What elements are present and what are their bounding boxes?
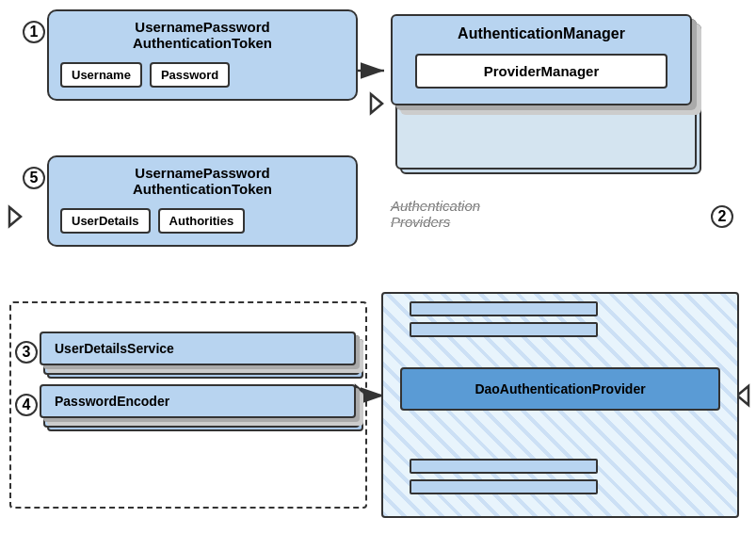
token1-field-password: Password <box>150 62 230 88</box>
token5-field-userdetails: UserDetails <box>60 208 151 234</box>
password-encoder-box: 4 PasswordEncoder <box>40 384 356 418</box>
provider-manager-box: ProviderManager <box>415 54 668 89</box>
auth-manager-box: AuthenticationManager ProviderManager <box>391 14 692 105</box>
auth-manager-title: AuthenticationManager <box>406 25 677 42</box>
svg-marker-7 <box>9 207 21 226</box>
label-2: 2 <box>711 205 733 228</box>
token5-title: UsernamePassword AuthenticationToken <box>60 165 345 197</box>
token5-container: 5 UsernamePassword AuthenticationToken U… <box>47 155 358 266</box>
token5-title-line1: UsernamePassword <box>135 165 269 181</box>
auth-providers-line2: Providers <box>391 214 450 230</box>
data-rect-bottom-2 <box>410 479 598 494</box>
token5-field-authorities: Authorities <box>158 208 246 234</box>
user-details-service-box: 3 UserDetailsService <box>40 332 356 365</box>
user-details-service-wrapper: 3 UserDetailsService <box>40 332 356 365</box>
token1-title: UsernamePassword AuthenticationToken <box>60 19 345 51</box>
dao-provider-box: DaoAuthenticationProvider <box>400 367 720 411</box>
token1-field-username: Username <box>60 62 142 88</box>
token5-title-line2: AuthenticationToken <box>133 181 272 197</box>
token5-box: 5 UsernamePassword AuthenticationToken U… <box>47 155 358 247</box>
svg-marker-8 <box>371 94 382 113</box>
data-rect-bottom-1 <box>410 459 598 474</box>
token1-container: 1 UsernamePassword AuthenticationToken U… <box>47 9 358 120</box>
label-4: 4 <box>15 394 38 416</box>
auth-providers-label: Authentication Providers <box>391 198 579 230</box>
diagram: 1 UsernamePassword AuthenticationToken U… <box>0 0 756 550</box>
token1-title-line2: AuthenticationToken <box>133 35 272 51</box>
label-3: 3 <box>15 341 38 364</box>
auth-providers-line1: Authentication <box>391 198 480 214</box>
token5-fields: UserDetails Authorities <box>60 204 345 237</box>
token1-title-line1: UsernamePassword <box>135 19 269 35</box>
token1-box: 1 UsernamePassword AuthenticationToken U… <box>47 9 358 101</box>
dashed-box: 3 UserDetailsService 4 PasswordEncoder <box>9 301 367 509</box>
label-1: 1 <box>23 21 45 43</box>
auth-manager-area: AuthenticationManager ProviderManager <box>391 14 701 105</box>
auth-providers-text: Authentication Providers <box>391 198 579 230</box>
token1-fields: Username Password <box>60 58 345 91</box>
password-encoder-wrapper: 4 PasswordEncoder <box>40 384 356 418</box>
user-details-service-text: UserDetailsService <box>55 341 174 356</box>
label-5: 5 <box>23 167 45 189</box>
data-rect-top-2 <box>410 322 598 337</box>
password-encoder-text: PasswordEncoder <box>55 394 169 409</box>
dao-provider-text: DaoAuthenticationProvider <box>475 381 645 396</box>
data-rect-top-1 <box>410 301 598 316</box>
